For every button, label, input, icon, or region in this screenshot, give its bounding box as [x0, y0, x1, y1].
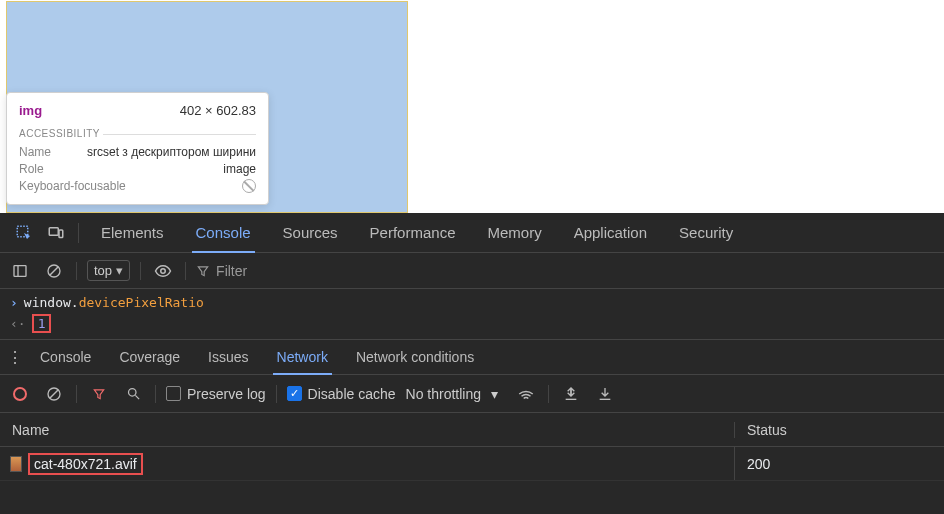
more-tools-button[interactable]: ⋮: [4, 348, 26, 367]
drawer-tab-bar: ⋮ Console Coverage Issues Network Networ…: [0, 339, 944, 375]
tooltip-keyboard-label: Keyboard-focusable: [19, 179, 126, 193]
tab-elements[interactable]: Elements: [85, 213, 180, 253]
chevron-down-icon: ▾: [485, 386, 504, 402]
svg-point-10: [128, 389, 136, 397]
tooltip-role-label: Role: [19, 162, 44, 176]
tooltip-name-value: srcset з дескриптором ширини: [87, 145, 256, 159]
inspect-element-button[interactable]: [8, 217, 40, 249]
filter-placeholder: Filter: [216, 263, 247, 279]
code-property: devicePixelRatio: [79, 295, 204, 310]
tooltip-name-label: Name: [19, 145, 51, 159]
export-har-button[interactable]: [593, 380, 617, 408]
drawer-tab-network[interactable]: Network: [263, 339, 342, 375]
console-result-line: ‹· 1: [0, 312, 944, 335]
record-icon: [13, 387, 27, 401]
network-conditions-button[interactable]: [514, 380, 538, 408]
live-expression-button[interactable]: [151, 257, 175, 285]
throttling-label: No throttling: [406, 386, 481, 402]
preserve-log-checkbox[interactable]: Preserve log: [166, 386, 266, 402]
import-har-button[interactable]: [559, 380, 583, 408]
checkbox-unchecked-icon: [166, 386, 181, 401]
context-selector[interactable]: top ▾: [87, 260, 130, 281]
page-viewport: img 402 × 602.83 ACCESSIBILITY Name srcs…: [0, 0, 944, 213]
preserve-log-label: Preserve log: [187, 386, 266, 402]
filter-toggle-button[interactable]: [87, 380, 111, 408]
network-table-row[interactable]: cat-480x721.avif 200: [0, 447, 944, 481]
file-thumbnail-icon: [10, 456, 22, 472]
svg-point-7: [161, 268, 166, 273]
prompt-caret-icon: ›: [10, 295, 18, 310]
tooltip-dimensions: 402 × 602.83: [180, 103, 256, 118]
svg-rect-1: [49, 227, 58, 235]
console-output: › window.devicePixelRatio ‹· 1: [0, 289, 944, 339]
svg-rect-3: [14, 265, 26, 276]
not-focusable-icon: [242, 179, 256, 193]
drawer-tab-coverage[interactable]: Coverage: [105, 339, 194, 375]
filter-input[interactable]: Filter: [196, 263, 247, 279]
clear-network-button[interactable]: [42, 380, 66, 408]
checkbox-checked-icon: [287, 386, 302, 401]
console-input-line[interactable]: › window.devicePixelRatio: [0, 293, 944, 312]
svg-line-9: [50, 390, 58, 398]
console-toolbar: top ▾ Filter: [0, 253, 944, 289]
request-status: 200: [734, 447, 944, 480]
svg-rect-2: [59, 230, 63, 238]
clear-console-button[interactable]: [42, 257, 66, 285]
tab-console[interactable]: Console: [180, 213, 267, 253]
tab-performance[interactable]: Performance: [354, 213, 472, 253]
request-name: cat-480x721.avif: [28, 453, 143, 475]
search-button[interactable]: [121, 380, 145, 408]
toggle-sidebar-button[interactable]: [8, 257, 32, 285]
element-tooltip: img 402 × 602.83 ACCESSIBILITY Name srcs…: [6, 92, 269, 205]
tab-sources[interactable]: Sources: [267, 213, 354, 253]
main-tab-bar: Elements Console Sources Performance Mem…: [0, 213, 944, 253]
result-caret-icon: ‹·: [10, 316, 26, 331]
svg-line-11: [135, 395, 139, 399]
record-button[interactable]: [8, 380, 32, 408]
code-dot: .: [71, 295, 79, 310]
tooltip-tag: img: [19, 103, 42, 118]
context-label: top: [94, 263, 112, 278]
disable-cache-checkbox[interactable]: Disable cache: [287, 386, 396, 402]
drawer-tab-network-conditions[interactable]: Network conditions: [342, 339, 488, 375]
tab-security[interactable]: Security: [663, 213, 749, 253]
chevron-down-icon: ▾: [116, 263, 123, 278]
tooltip-section-label: ACCESSIBILITY: [19, 128, 256, 139]
code-object: window: [24, 295, 71, 310]
tab-memory[interactable]: Memory: [471, 213, 557, 253]
filter-icon: [196, 264, 210, 278]
disable-cache-label: Disable cache: [308, 386, 396, 402]
network-toolbar: Preserve log Disable cache No throttling…: [0, 375, 944, 413]
devtools-panel: Elements Console Sources Performance Mem…: [0, 213, 944, 514]
column-header-name[interactable]: Name: [0, 422, 734, 438]
console-result-value: 1: [32, 314, 52, 333]
svg-line-6: [50, 267, 58, 275]
drawer-tab-issues[interactable]: Issues: [194, 339, 262, 375]
column-header-status[interactable]: Status: [734, 422, 944, 438]
drawer-tab-console[interactable]: Console: [26, 339, 105, 375]
tooltip-role-value: image: [223, 162, 256, 176]
network-table-header: Name Status: [0, 413, 944, 447]
device-toolbar-button[interactable]: [40, 217, 72, 249]
tab-application[interactable]: Application: [558, 213, 663, 253]
throttling-selector[interactable]: No throttling ▾: [406, 386, 504, 402]
